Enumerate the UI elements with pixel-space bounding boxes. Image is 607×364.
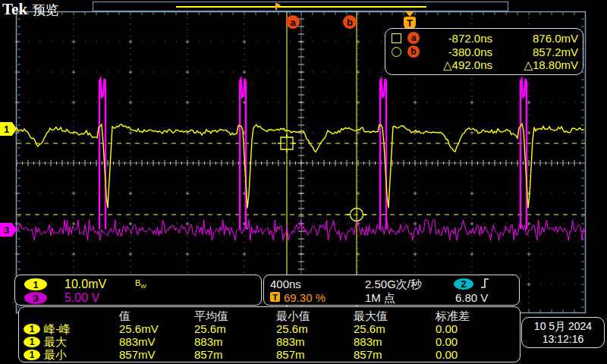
meas-row-label: 1 最大 xyxy=(24,336,119,348)
cursor-b-badge[interactable]: b xyxy=(343,15,357,29)
trigger-arrow-icon xyxy=(405,11,414,17)
meas-cell: 857m xyxy=(194,349,276,361)
meas-cell: 883mV xyxy=(119,336,194,348)
ch3-pulse xyxy=(240,79,246,229)
record-view-bar[interactable] xyxy=(93,2,508,11)
measurement-table[interactable]: 值 平均值 最小值 最大值 标准差 1 峰-峰 25.6mV 25.6m 25.… xyxy=(18,306,521,362)
cursor-b-value: 857.2mV xyxy=(492,46,578,58)
meas-cell: 0.00 xyxy=(436,323,520,335)
trigger-t-icon: T xyxy=(270,292,280,302)
meas-header-min: 最小值 xyxy=(276,310,354,322)
trigger-level: 6.80 V xyxy=(455,291,488,304)
cursor-delta-time: △492.0ns xyxy=(420,58,492,72)
bw-limit-indicator: BW xyxy=(135,278,146,290)
cursor-a-badge-small: a xyxy=(407,32,420,44)
cursor-b-badge-small: b xyxy=(407,46,420,58)
ch3-pulse xyxy=(380,79,386,229)
cursor-a-badge[interactable]: a xyxy=(286,15,300,29)
date-label: 10 5月 2024 xyxy=(522,320,604,333)
meas-cell: 25.6m xyxy=(354,323,436,335)
ch3-badge[interactable]: 3 xyxy=(24,292,47,304)
ch3-scale-row[interactable]: 3 5.00 V xyxy=(24,291,99,305)
sample-rate: 2.50G次/秒 xyxy=(365,278,422,292)
ch3-pulse xyxy=(99,79,105,229)
meas-cell: 0.00 xyxy=(436,336,520,348)
cursor-readout-panel[interactable]: a -872.0ns 876.0mV b -380.0ns 857.2mV △4… xyxy=(385,28,583,75)
cursor-a-row: a -872.0ns 876.0mV xyxy=(392,31,578,45)
time-label: 13:12:16 xyxy=(522,333,604,346)
meas-cell: 883m xyxy=(194,336,276,348)
meas-cell: 857mV xyxy=(119,349,194,361)
trigger-slope-icon xyxy=(480,277,490,290)
datetime-box: 10 5月 2024 13:12:16 xyxy=(521,317,605,348)
meas-cell: 25.6mV xyxy=(119,323,194,335)
trigger-source-badge[interactable]: 2 xyxy=(454,278,473,290)
ch1-trace xyxy=(17,124,584,208)
tek-logo: Tek 预览 xyxy=(2,0,58,19)
cursor-b-circle-icon xyxy=(392,47,401,57)
ch1-scale-value: 10.0mV xyxy=(64,278,121,291)
ch3-trace xyxy=(17,220,585,240)
trigger-position-percent: 69.30 % xyxy=(284,291,326,304)
meas-row-label: 1 峰-峰 xyxy=(24,323,119,335)
record-view-waveform-line xyxy=(176,6,426,8)
meas-cell: 0.00 xyxy=(436,349,520,361)
cursor-delta-value: △18.80mV xyxy=(492,58,578,72)
horizontal-trigger-panel[interactable]: 400ns 2.50G次/秒 2 T 69.30 % 1M 点 6.80 V xyxy=(263,275,520,306)
meas-header-max: 最大值 xyxy=(354,310,436,322)
record-length: 1M 点 xyxy=(365,291,395,306)
meas-header-std: 标准差 xyxy=(436,310,520,322)
ch1-badge: 1 xyxy=(24,324,40,334)
meas-header-value: 值 xyxy=(119,310,194,322)
meas-cell: 25.6m xyxy=(276,323,354,335)
tek-logo-text: Tek xyxy=(2,0,27,19)
meas-cell: 883m xyxy=(354,336,436,348)
meas-header-mean: 平均值 xyxy=(194,310,276,322)
cursor-a-time: -872.0ns xyxy=(420,32,492,45)
meas-cell: 25.6m xyxy=(194,323,276,335)
oscilloscope-screen: Tek 预览 a b T a -872.0ns 876.0mV b -380.0… xyxy=(0,0,607,364)
ch1-badge: 1 xyxy=(24,350,40,360)
cursor-b-time: -380.0ns xyxy=(420,46,492,58)
meas-cell: 857m xyxy=(276,349,354,361)
ch3-pulse xyxy=(521,79,527,229)
meas-cell: 883m xyxy=(276,336,354,348)
timebase-value: 400ns xyxy=(270,278,301,290)
ch1-badge: 1 xyxy=(24,337,40,347)
channel-scale-panel[interactable]: 1 10.0mV BW 3 5.00 V xyxy=(14,275,262,306)
acquisition-mode-label: 预览 xyxy=(33,2,58,19)
meas-row-label: 1 最小 xyxy=(24,349,119,361)
meas-cell: 857m xyxy=(354,349,436,361)
cursor-delta-row: △492.0ns △18.80mV xyxy=(392,58,578,72)
ch3-scale-value: 5.00 V xyxy=(64,291,99,305)
ch1-scale-row[interactable]: 1 10.0mV BW xyxy=(24,278,146,291)
ch1-badge[interactable]: 1 xyxy=(24,278,47,290)
trigger-position-flag-icon[interactable] xyxy=(275,3,277,10)
cursor-a-square-icon xyxy=(392,33,401,43)
cursor-a-value: 876.0mV xyxy=(492,32,578,45)
cursor-b-row: b -380.0ns 857.2mV xyxy=(392,45,578,58)
